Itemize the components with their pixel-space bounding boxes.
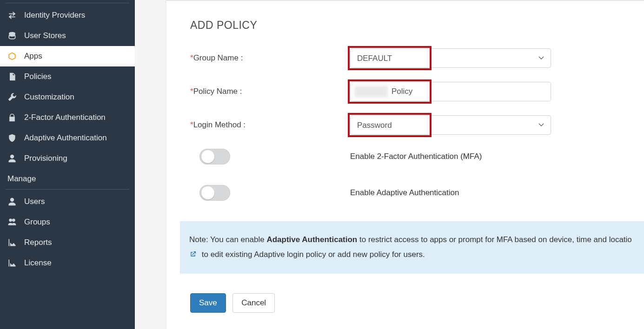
sidebar-item-users[interactable]: Users [0, 191, 135, 212]
sidebar-item-reports[interactable]: Reports [0, 232, 135, 253]
area-chart-icon [7, 258, 20, 268]
redacted-text [354, 86, 388, 97]
sidebar-item-label: 2-Factor Authentication [24, 113, 106, 122]
sidebar: Identity Providers User Stores Apps Poli… [0, 0, 135, 329]
sidebar-item-identity-providers[interactable]: Identity Providers [0, 5, 135, 26]
form-row-adaptive-toggle: Enable Adaptive Authentication [190, 185, 634, 201]
note-box: Note: You can enable Adaptive Authentica… [180, 221, 644, 274]
toggle-knob [201, 150, 214, 163]
mfa-toggle-label: Enable 2-Factor Authentication (MFA) [350, 152, 482, 161]
sidebar-item-label: License [24, 258, 52, 268]
policy-name-label: *Policy Name : [190, 87, 350, 96]
adaptive-toggle-label: Enable Adaptive Authentication [350, 188, 459, 197]
sidebar-item-label: Groups [24, 217, 50, 227]
sidebar-item-label: Apps [24, 52, 42, 61]
users-icon [7, 217, 20, 227]
sidebar-item-label: Adaptive Authentication [24, 133, 107, 143]
sidebar-item-label: Provisioning [24, 154, 67, 163]
wrench-icon [7, 92, 20, 102]
lock-icon [7, 113, 20, 122]
sidebar-item-policies[interactable]: Policies [0, 66, 135, 87]
login-method-select[interactable]: Password [350, 115, 551, 135]
button-row: Save Cancel [190, 293, 634, 313]
sidebar-item-label: Users [24, 197, 45, 206]
policy-name-input-wrap[interactable] [350, 82, 551, 101]
sidebar-item-label: Policies [24, 72, 52, 81]
sidebar-item-license[interactable]: License [0, 253, 135, 273]
divider [6, 3, 129, 3]
sidebar-item-label: Customization [24, 92, 74, 102]
note-line-1: Note: You can enable Adaptive Authentica… [189, 232, 644, 247]
user-icon [7, 197, 20, 206]
sidebar-section-manage: Manage [0, 169, 135, 188]
sidebar-item-provisioning[interactable]: Provisioning [0, 148, 135, 169]
sidebar-item-2fa[interactable]: 2-Factor Authentication [0, 107, 135, 128]
external-link-icon[interactable] [189, 250, 199, 259]
shield-icon [7, 133, 20, 143]
cube-icon [7, 52, 20, 61]
sidebar-item-groups[interactable]: Groups [0, 212, 135, 232]
sidebar-item-user-stores[interactable]: User Stores [0, 26, 135, 46]
form-row-group-name: *Group Name : DEFAULT [190, 48, 634, 68]
sidebar-item-adaptive-auth[interactable]: Adaptive Authentication [0, 128, 135, 148]
user-icon [7, 154, 20, 163]
form-row-policy-name: *Policy Name : [190, 82, 634, 101]
note-line-2: to edit existing Adaptive login policy o… [189, 247, 644, 262]
save-button[interactable]: Save [190, 293, 226, 313]
form-row-login-method: *Login Method : Password [190, 115, 634, 135]
divider [6, 189, 129, 190]
swap-icon [7, 11, 20, 20]
group-name-label: *Group Name : [190, 53, 350, 63]
policy-name-input[interactable] [392, 82, 551, 101]
page-title: ADD POLICY [190, 19, 634, 32]
mfa-toggle[interactable] [199, 149, 230, 164]
sidebar-item-label: User Stores [24, 31, 66, 40]
sidebar-item-customization[interactable]: Customization [0, 87, 135, 107]
database-icon [7, 31, 20, 40]
group-name-select[interactable]: DEFAULT [350, 48, 551, 68]
sidebar-item-apps[interactable]: Apps [0, 46, 135, 66]
main-panel: ADD POLICY *Group Name : DEFAULT *Policy… [166, 0, 644, 329]
toggle-knob [201, 186, 214, 199]
sidebar-item-label: Identity Providers [24, 11, 85, 20]
document-icon [7, 72, 20, 81]
cancel-button[interactable]: Cancel [232, 293, 275, 313]
form-row-mfa-toggle: Enable 2-Factor Authentication (MFA) [190, 149, 634, 164]
login-method-label: *Login Method : [190, 120, 350, 130]
adaptive-toggle[interactable] [199, 185, 230, 201]
area-chart-icon [7, 238, 20, 247]
sidebar-item-label: Reports [24, 238, 52, 247]
